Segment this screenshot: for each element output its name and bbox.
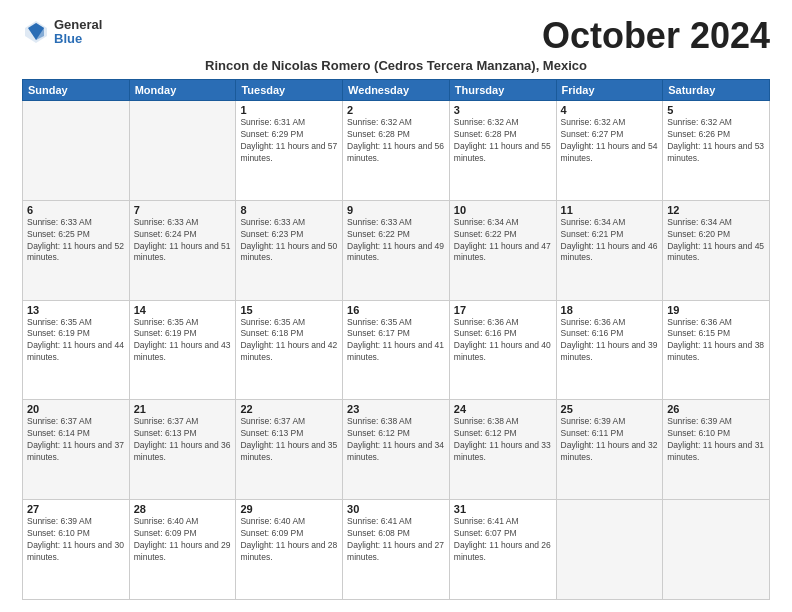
table-row xyxy=(23,101,130,201)
calendar-header-row: Sunday Monday Tuesday Wednesday Thursday… xyxy=(23,80,770,101)
day-number: 1 xyxy=(240,104,338,116)
day-number: 13 xyxy=(27,304,125,316)
sun-info: Sunrise: 6:40 AMSunset: 6:09 PMDaylight:… xyxy=(240,516,338,564)
sun-info: Sunrise: 6:37 AMSunset: 6:14 PMDaylight:… xyxy=(27,416,125,464)
day-number: 19 xyxy=(667,304,765,316)
sun-info: Sunrise: 6:33 AMSunset: 6:24 PMDaylight:… xyxy=(134,217,232,265)
day-number: 9 xyxy=(347,204,445,216)
sun-info: Sunrise: 6:32 AMSunset: 6:27 PMDaylight:… xyxy=(561,117,659,165)
calendar-week-row: 13Sunrise: 6:35 AMSunset: 6:19 PMDayligh… xyxy=(23,300,770,400)
page: General Blue October 2024 Rincon de Nico… xyxy=(0,0,792,612)
day-number: 25 xyxy=(561,403,659,415)
sun-info: Sunrise: 6:34 AMSunset: 6:22 PMDaylight:… xyxy=(454,217,552,265)
sun-info: Sunrise: 6:33 AMSunset: 6:25 PMDaylight:… xyxy=(27,217,125,265)
sun-info: Sunrise: 6:35 AMSunset: 6:19 PMDaylight:… xyxy=(27,317,125,365)
sun-info: Sunrise: 6:39 AMSunset: 6:11 PMDaylight:… xyxy=(561,416,659,464)
header: General Blue October 2024 xyxy=(22,18,770,54)
sun-info: Sunrise: 6:39 AMSunset: 6:10 PMDaylight:… xyxy=(667,416,765,464)
logo-text: General Blue xyxy=(54,18,102,47)
calendar-week-row: 6Sunrise: 6:33 AMSunset: 6:25 PMDaylight… xyxy=(23,200,770,300)
day-number: 23 xyxy=(347,403,445,415)
day-number: 7 xyxy=(134,204,232,216)
day-number: 4 xyxy=(561,104,659,116)
sun-info: Sunrise: 6:37 AMSunset: 6:13 PMDaylight:… xyxy=(240,416,338,464)
table-row: 23Sunrise: 6:38 AMSunset: 6:12 PMDayligh… xyxy=(343,400,450,500)
sun-info: Sunrise: 6:39 AMSunset: 6:10 PMDaylight:… xyxy=(27,516,125,564)
sun-info: Sunrise: 6:33 AMSunset: 6:22 PMDaylight:… xyxy=(347,217,445,265)
table-row xyxy=(663,500,770,600)
table-row: 13Sunrise: 6:35 AMSunset: 6:19 PMDayligh… xyxy=(23,300,130,400)
sun-info: Sunrise: 6:36 AMSunset: 6:16 PMDaylight:… xyxy=(454,317,552,365)
day-number: 3 xyxy=(454,104,552,116)
sun-info: Sunrise: 6:32 AMSunset: 6:28 PMDaylight:… xyxy=(454,117,552,165)
table-row: 5Sunrise: 6:32 AMSunset: 6:26 PMDaylight… xyxy=(663,101,770,201)
sun-info: Sunrise: 6:35 AMSunset: 6:17 PMDaylight:… xyxy=(347,317,445,365)
sun-info: Sunrise: 6:40 AMSunset: 6:09 PMDaylight:… xyxy=(134,516,232,564)
header-thursday: Thursday xyxy=(449,80,556,101)
table-row xyxy=(556,500,663,600)
calendar-table: Sunday Monday Tuesday Wednesday Thursday… xyxy=(22,79,770,600)
table-row: 29Sunrise: 6:40 AMSunset: 6:09 PMDayligh… xyxy=(236,500,343,600)
day-number: 24 xyxy=(454,403,552,415)
sun-info: Sunrise: 6:41 AMSunset: 6:08 PMDaylight:… xyxy=(347,516,445,564)
header-friday: Friday xyxy=(556,80,663,101)
sun-info: Sunrise: 6:32 AMSunset: 6:28 PMDaylight:… xyxy=(347,117,445,165)
table-row: 28Sunrise: 6:40 AMSunset: 6:09 PMDayligh… xyxy=(129,500,236,600)
day-number: 26 xyxy=(667,403,765,415)
table-row: 12Sunrise: 6:34 AMSunset: 6:20 PMDayligh… xyxy=(663,200,770,300)
table-row: 9Sunrise: 6:33 AMSunset: 6:22 PMDaylight… xyxy=(343,200,450,300)
calendar-week-row: 1Sunrise: 6:31 AMSunset: 6:29 PMDaylight… xyxy=(23,101,770,201)
day-number: 2 xyxy=(347,104,445,116)
table-row: 18Sunrise: 6:36 AMSunset: 6:16 PMDayligh… xyxy=(556,300,663,400)
sun-info: Sunrise: 6:36 AMSunset: 6:15 PMDaylight:… xyxy=(667,317,765,365)
table-row: 3Sunrise: 6:32 AMSunset: 6:28 PMDaylight… xyxy=(449,101,556,201)
table-row: 7Sunrise: 6:33 AMSunset: 6:24 PMDaylight… xyxy=(129,200,236,300)
header-wednesday: Wednesday xyxy=(343,80,450,101)
table-row: 19Sunrise: 6:36 AMSunset: 6:15 PMDayligh… xyxy=(663,300,770,400)
sun-info: Sunrise: 6:37 AMSunset: 6:13 PMDaylight:… xyxy=(134,416,232,464)
day-number: 6 xyxy=(27,204,125,216)
month-title: October 2024 xyxy=(542,18,770,54)
sun-info: Sunrise: 6:34 AMSunset: 6:21 PMDaylight:… xyxy=(561,217,659,265)
day-number: 17 xyxy=(454,304,552,316)
sun-info: Sunrise: 6:38 AMSunset: 6:12 PMDaylight:… xyxy=(454,416,552,464)
day-number: 22 xyxy=(240,403,338,415)
day-number: 30 xyxy=(347,503,445,515)
sun-info: Sunrise: 6:34 AMSunset: 6:20 PMDaylight:… xyxy=(667,217,765,265)
day-number: 29 xyxy=(240,503,338,515)
table-row: 31Sunrise: 6:41 AMSunset: 6:07 PMDayligh… xyxy=(449,500,556,600)
sun-info: Sunrise: 6:31 AMSunset: 6:29 PMDaylight:… xyxy=(240,117,338,165)
sun-info: Sunrise: 6:33 AMSunset: 6:23 PMDaylight:… xyxy=(240,217,338,265)
table-row: 16Sunrise: 6:35 AMSunset: 6:17 PMDayligh… xyxy=(343,300,450,400)
sun-info: Sunrise: 6:41 AMSunset: 6:07 PMDaylight:… xyxy=(454,516,552,564)
table-row: 20Sunrise: 6:37 AMSunset: 6:14 PMDayligh… xyxy=(23,400,130,500)
table-row: 8Sunrise: 6:33 AMSunset: 6:23 PMDaylight… xyxy=(236,200,343,300)
day-number: 15 xyxy=(240,304,338,316)
table-row: 22Sunrise: 6:37 AMSunset: 6:13 PMDayligh… xyxy=(236,400,343,500)
table-row xyxy=(129,101,236,201)
table-row: 30Sunrise: 6:41 AMSunset: 6:08 PMDayligh… xyxy=(343,500,450,600)
table-row: 17Sunrise: 6:36 AMSunset: 6:16 PMDayligh… xyxy=(449,300,556,400)
table-row: 27Sunrise: 6:39 AMSunset: 6:10 PMDayligh… xyxy=(23,500,130,600)
day-number: 14 xyxy=(134,304,232,316)
table-row: 24Sunrise: 6:38 AMSunset: 6:12 PMDayligh… xyxy=(449,400,556,500)
table-row: 11Sunrise: 6:34 AMSunset: 6:21 PMDayligh… xyxy=(556,200,663,300)
header-saturday: Saturday xyxy=(663,80,770,101)
day-number: 12 xyxy=(667,204,765,216)
table-row: 15Sunrise: 6:35 AMSunset: 6:18 PMDayligh… xyxy=(236,300,343,400)
sun-info: Sunrise: 6:38 AMSunset: 6:12 PMDaylight:… xyxy=(347,416,445,464)
sun-info: Sunrise: 6:35 AMSunset: 6:19 PMDaylight:… xyxy=(134,317,232,365)
logo-icon xyxy=(22,18,50,46)
calendar-week-row: 20Sunrise: 6:37 AMSunset: 6:14 PMDayligh… xyxy=(23,400,770,500)
table-row: 26Sunrise: 6:39 AMSunset: 6:10 PMDayligh… xyxy=(663,400,770,500)
day-number: 10 xyxy=(454,204,552,216)
table-row: 6Sunrise: 6:33 AMSunset: 6:25 PMDaylight… xyxy=(23,200,130,300)
table-row: 21Sunrise: 6:37 AMSunset: 6:13 PMDayligh… xyxy=(129,400,236,500)
day-number: 18 xyxy=(561,304,659,316)
table-row: 14Sunrise: 6:35 AMSunset: 6:19 PMDayligh… xyxy=(129,300,236,400)
table-row: 4Sunrise: 6:32 AMSunset: 6:27 PMDaylight… xyxy=(556,101,663,201)
day-number: 20 xyxy=(27,403,125,415)
header-tuesday: Tuesday xyxy=(236,80,343,101)
header-sunday: Sunday xyxy=(23,80,130,101)
day-number: 11 xyxy=(561,204,659,216)
